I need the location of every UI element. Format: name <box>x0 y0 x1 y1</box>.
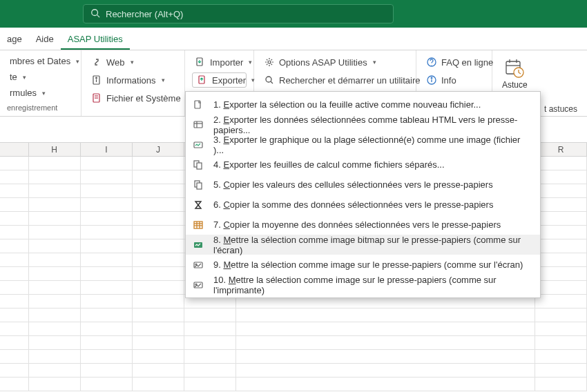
ribbon-btn-fichier-systeme[interactable]: Fichier et Système▾ <box>88 90 177 106</box>
chevron-down-icon: ▾ <box>23 74 26 81</box>
menu-bar: age Aide ASAP Utilities <box>0 28 587 50</box>
svg-rect-28 <box>197 163 202 169</box>
ribbon-group-1: mbres et Dates▾ te▾ rmules▾ enregistreme… <box>0 50 81 116</box>
group-label-enregistrement: enregistrement <box>7 104 74 112</box>
exporter-dropdown: 1. Exporter la sélection ou la feuille a… <box>185 91 541 298</box>
dd-text-4: 4. Exporter les feuilles de calcul comme… <box>213 159 445 170</box>
search-util-icon <box>264 75 275 86</box>
svg-rect-36 <box>194 242 202 248</box>
dd-text-6: 6. Copier la somme des données sélection… <box>213 199 493 210</box>
dropdown-item-8[interactable]: 8. Mettre la sélection comme image bitma… <box>186 235 540 255</box>
dd-text-10: 10. Mettre la sélection comme image sur … <box>213 275 533 295</box>
dd-icon-1 <box>193 99 204 110</box>
ribbon-btn-info[interactable]: Info <box>423 72 485 88</box>
menu-item-page[interactable]: age <box>0 28 29 50</box>
chevron-down-icon: ▾ <box>249 59 252 66</box>
help-icon <box>426 57 437 68</box>
calendar-clock-icon <box>503 57 526 79</box>
dd-icon-8 <box>193 239 204 251</box>
search-icon <box>90 8 100 20</box>
file-system-icon <box>91 92 102 104</box>
dd-text-3: 3. Exporter le graphique ou la plage sél… <box>213 135 533 155</box>
col-head-r[interactable]: R <box>535 143 587 156</box>
svg-rect-23 <box>194 121 202 128</box>
ribbon-btn-faq[interactable]: FAQ en ligne <box>423 55 485 70</box>
trunc-astuces: t astuces <box>544 104 577 114</box>
svg-line-12 <box>271 81 273 84</box>
search-input[interactable]: Rechercher (Alt+Q) <box>83 4 394 23</box>
dd-text-9: 9. Mettre la sélection comme image sur l… <box>213 259 523 270</box>
svg-line-1 <box>97 14 100 17</box>
chevron-down-icon: ▾ <box>42 90 46 97</box>
search-placeholder: Rechercher (Alt+Q) <box>106 9 183 19</box>
ribbon-btn-dates[interactable]: mbres et Dates▾ <box>7 55 74 68</box>
dd-icon-5 <box>193 179 204 190</box>
dropdown-item-2[interactable]: 2. Exporter les données sélectionnées co… <box>186 115 540 135</box>
astuce-label-1: Astuce <box>502 81 528 90</box>
menu-item-asap[interactable]: ASAP Utilities <box>61 28 130 50</box>
ribbon-btn-te[interactable]: te▾ <box>7 70 74 84</box>
info-file-icon <box>91 75 102 86</box>
chevron-down-icon: ▾ <box>76 58 79 65</box>
dropdown-item-9[interactable]: 9. Mettre la sélection comme image sur l… <box>186 255 540 275</box>
col-head-h[interactable]: H <box>29 143 81 156</box>
dd-text-7: 7. Copier la moyenne des données sélecti… <box>213 219 501 230</box>
ribbon-btn-informations[interactable]: Informations▾ <box>88 72 177 88</box>
dd-text-8: 8. Mettre la sélection comme image bitma… <box>213 235 533 255</box>
col-head-i[interactable]: I <box>81 143 133 156</box>
dd-icon-2 <box>193 119 204 130</box>
svg-rect-30 <box>197 183 202 189</box>
ribbon-btn-options[interactable]: Options ASAP Utilities▾ <box>261 55 409 70</box>
dd-icon-9 <box>193 259 204 271</box>
svg-point-3 <box>96 77 97 79</box>
ribbon-btn-importer[interactable]: Importer▾ <box>192 55 247 70</box>
chevron-down-icon: ▾ <box>131 59 134 66</box>
svg-point-10 <box>268 61 271 63</box>
chevron-down-icon: ▾ <box>162 77 165 84</box>
title-bar: Rechercher (Alt+Q) <box>0 0 587 28</box>
chevron-down-icon: ▾ <box>373 59 376 66</box>
export-icon <box>197 75 208 86</box>
ribbon-btn-web[interactable]: Web▾ <box>88 55 177 70</box>
svg-rect-22 <box>195 101 200 108</box>
link-icon <box>91 57 102 68</box>
dd-icon-4 <box>193 159 204 170</box>
dd-text-2: 2. Exporter les données sélectionnées co… <box>213 115 533 135</box>
dd-text-1: 1. Exporter la sélection ou la feuille a… <box>213 99 481 110</box>
dd-text-5: 5. Copier les valeurs des cellules sélec… <box>213 179 493 190</box>
dropdown-item-3[interactable]: 3. Exporter le graphique ou la plage sél… <box>186 135 540 155</box>
dropdown-item-10[interactable]: 10. Mettre la sélection comme image sur … <box>186 275 540 295</box>
dd-icon-6 <box>193 199 204 210</box>
dropdown-item-7[interactable]: 7. Copier la moyenne des données sélecti… <box>186 215 540 235</box>
svg-rect-26 <box>194 142 202 148</box>
dd-icon-7 <box>193 219 204 231</box>
ribbon-btn-formules[interactable]: rmules▾ <box>7 86 74 99</box>
svg-point-11 <box>266 77 271 82</box>
import-icon <box>195 57 206 68</box>
svg-rect-31 <box>194 222 202 228</box>
dropdown-item-4[interactable]: 4. Exporter les feuilles de calcul comme… <box>186 155 540 175</box>
ribbon-group-2: Web▾ Informations▾ Fichier et Système▾ <box>81 50 185 116</box>
dropdown-item-6[interactable]: 6. Copier la somme des données sélection… <box>186 195 540 215</box>
svg-point-15 <box>431 77 432 79</box>
col-head-g[interactable] <box>0 143 29 156</box>
dropdown-item-1[interactable]: 1. Exporter la sélection ou la feuille a… <box>186 95 540 115</box>
ribbon-btn-exporter[interactable]: Exporter▾ <box>192 72 247 88</box>
ribbon-btn-rechercher[interactable]: Rechercher et démarrer un utilitaire <box>261 72 409 88</box>
menu-item-aide[interactable]: Aide <box>29 28 61 50</box>
info-icon <box>426 75 437 86</box>
gear-icon <box>264 57 275 68</box>
svg-point-0 <box>92 9 98 15</box>
dropdown-item-5[interactable]: 5. Copier les valeurs des cellules sélec… <box>186 175 540 195</box>
dd-icon-3 <box>193 139 204 150</box>
col-head-j[interactable]: J <box>133 143 184 156</box>
dd-icon-10 <box>193 280 204 291</box>
